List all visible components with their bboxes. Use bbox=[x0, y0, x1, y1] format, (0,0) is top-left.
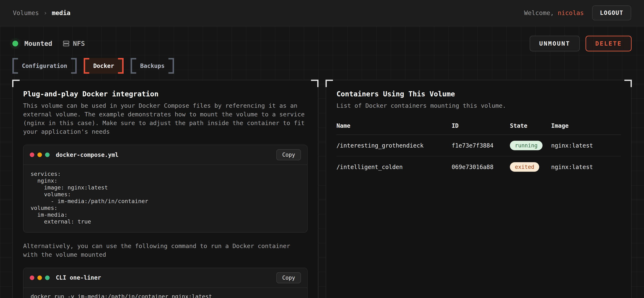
column-header-name: Name bbox=[336, 122, 452, 129]
welcome-prefix: Welcome, bbox=[524, 9, 558, 16]
containers-table: Name ID State Image /interesting_grothen… bbox=[336, 122, 621, 177]
status-badge: exited bbox=[510, 162, 539, 172]
mounted-status-label: Mounted bbox=[24, 40, 52, 47]
container-id: f1e73e7f3884 bbox=[452, 142, 510, 149]
driver-label: NFS bbox=[73, 40, 85, 47]
traffic-red-icon bbox=[30, 276, 34, 280]
containers-panel: Containers Using This Volume List of Doc… bbox=[326, 80, 632, 298]
column-header-image: Image bbox=[551, 122, 621, 129]
column-header-state: State bbox=[510, 122, 551, 129]
server-stack-icon bbox=[62, 40, 70, 47]
panel-corner-decoration bbox=[624, 80, 632, 87]
compose-code-card-header: docker-compose.yml Copy bbox=[24, 145, 307, 165]
traffic-green-icon bbox=[45, 276, 50, 280]
container-image: nginx:latest bbox=[551, 142, 621, 149]
panel-corner-decoration bbox=[326, 80, 333, 87]
window-traffic-lights-icon bbox=[30, 152, 50, 157]
compose-filename: docker-compose.yml bbox=[56, 151, 276, 158]
volume-status: Mounted NFS bbox=[12, 40, 85, 47]
traffic-green-icon bbox=[45, 152, 50, 157]
copy-cli-button[interactable]: Copy bbox=[276, 272, 301, 283]
logout-button[interactable]: LOGOUT bbox=[592, 5, 631, 20]
chevron-right-icon: › bbox=[44, 9, 47, 16]
delete-button[interactable]: DELETE bbox=[586, 36, 632, 51]
main-content: Mounted NFS UNMOUNT DELETE Configuration bbox=[0, 26, 644, 298]
status-badge: running bbox=[510, 141, 542, 150]
cli-code-text: docker run -v im-media:/path/in/containe… bbox=[30, 293, 300, 298]
containers-table-header: Name ID State Image bbox=[336, 122, 621, 135]
tab-backups[interactable]: Backups bbox=[130, 58, 174, 74]
container-name: /intelligent_colden bbox=[336, 164, 452, 170]
panel-corner-decoration bbox=[12, 80, 20, 87]
breadcrumb-current-volume: media bbox=[52, 9, 70, 16]
tab-docker[interactable]: Docker bbox=[84, 58, 124, 74]
window-traffic-lights-icon bbox=[30, 276, 50, 280]
docker-integration-panel: Plug-and-play Docker integration This vo… bbox=[12, 80, 318, 298]
username: nicolas bbox=[558, 9, 584, 16]
traffic-amber-icon bbox=[38, 152, 42, 157]
driver-badge: NFS bbox=[62, 40, 85, 47]
panel-corner-decoration bbox=[311, 80, 318, 87]
column-header-id: ID bbox=[452, 122, 510, 129]
cli-filename: CLI one-liner bbox=[56, 274, 276, 281]
containers-panel-title: Containers Using This Volume bbox=[336, 90, 621, 98]
compose-code-text: services: nginx: image: nginx:latest vol… bbox=[30, 171, 300, 225]
container-id: 069e73016a88 bbox=[452, 164, 510, 170]
compose-code-body: services: nginx: image: nginx:latest vol… bbox=[24, 165, 307, 232]
traffic-red-icon bbox=[30, 152, 34, 157]
breadcrumb-volumes-link[interactable]: Volumes bbox=[13, 9, 39, 16]
welcome-text: Welcome, nicolas bbox=[524, 9, 584, 16]
breadcrumb: Volumes › media bbox=[13, 9, 70, 16]
docker-panel-title: Plug-and-play Docker integration bbox=[23, 90, 308, 98]
panels: Plug-and-play Docker integration This vo… bbox=[12, 80, 632, 298]
unmount-button[interactable]: UNMOUNT bbox=[530, 36, 580, 51]
cli-code-card-header: CLI one-liner Copy bbox=[24, 268, 307, 288]
mounted-status-dot-icon bbox=[12, 41, 18, 46]
tab-configuration[interactable]: Configuration bbox=[12, 58, 77, 74]
volume-actions: UNMOUNT DELETE bbox=[530, 36, 632, 51]
containers-panel-description: List of Docker containers mounting this … bbox=[336, 101, 621, 110]
top-bar: Volumes › media Welcome, nicolas LOGOUT bbox=[0, 0, 644, 26]
container-name: /interesting_grothendieck bbox=[336, 142, 452, 149]
container-image: nginx:latest bbox=[551, 164, 621, 170]
cli-code-body: docker run -v im-media:/path/in/containe… bbox=[24, 288, 307, 298]
cli-intro-text: Alternatively, you can use the following… bbox=[23, 242, 308, 259]
table-row: /interesting_grothendieck f1e73e7f3884 r… bbox=[336, 135, 621, 156]
status-row: Mounted NFS UNMOUNT DELETE bbox=[12, 36, 632, 51]
tab-bar: Configuration Docker Backups bbox=[12, 58, 632, 74]
copy-compose-button[interactable]: Copy bbox=[276, 149, 301, 160]
compose-code-card: docker-compose.yml Copy services: nginx:… bbox=[23, 145, 308, 233]
user-area: Welcome, nicolas LOGOUT bbox=[524, 5, 631, 20]
table-row: /intelligent_colden 069e73016a88 exited … bbox=[336, 156, 621, 177]
cli-code-card: CLI one-liner Copy docker run -v im-medi… bbox=[23, 268, 308, 298]
docker-panel-description: This volume can be used in your Docker C… bbox=[23, 101, 308, 136]
traffic-amber-icon bbox=[38, 276, 42, 280]
